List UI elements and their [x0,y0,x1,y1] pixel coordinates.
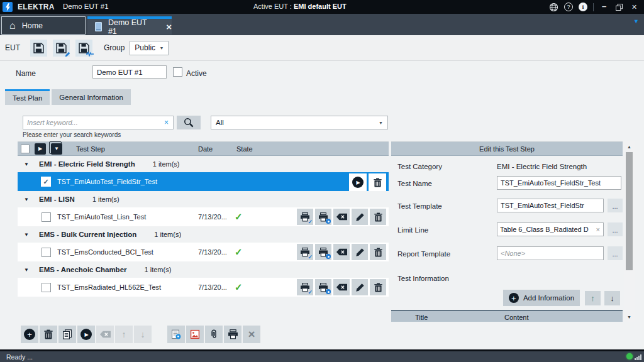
column-header-state[interactable]: State [236,145,253,153]
group-dropdown-value: Public [135,43,155,52]
test-template-browse-button[interactable]: ... [608,199,623,212]
row-checkbox[interactable] [42,212,51,222]
restore-button[interactable] [614,3,624,12]
test-step-row[interactable]: TST_EmsRadiated_HL562E_Test 7/13/20... ✓… [18,278,389,297]
tab-home[interactable]: ⌂ Home [1,16,86,35]
clear-results-button[interactable] [96,326,114,343]
attachment-button[interactable] [205,326,223,343]
name-label: Name [16,69,36,78]
language-globe-icon[interactable] [549,3,558,12]
column-header-date[interactable]: Date [198,145,213,153]
group-count: 1 item(s) [145,266,172,273]
search-button[interactable] [177,116,201,129]
save-with-results-button[interactable] [75,40,92,57]
filter-dropdown-value: All [216,119,224,126]
run-button[interactable]: ▶ [77,326,95,343]
save-button[interactable] [30,40,47,57]
group-name: EMS - Bulk Current Injection [39,231,136,238]
collapse-triangle-icon[interactable]: ▼ [24,267,30,273]
view-report-button[interactable] [315,209,331,225]
test-name-label: Test Name [397,180,432,187]
test-step-row-selected[interactable]: ✓ TST_EmiAutoTest_FieldStr_Test ▶ [18,172,389,191]
report-template-input[interactable] [497,246,604,260]
tab-overflow-caret-icon[interactable]: ▼ [633,18,639,25]
test-template-input[interactable] [497,199,604,212]
info-move-down-button[interactable]: ↓ [604,291,620,305]
delete-test-button[interactable] [369,173,386,191]
column-header-test-step[interactable]: Test Step [76,145,105,153]
row-checkbox-checked[interactable]: ✓ [41,177,51,187]
view-report-button[interactable] [315,244,331,260]
group-row[interactable]: ▼ EMS - Bulk Current Injection 1 item(s) [18,228,389,241]
export-pdf-button[interactable] [186,326,204,343]
print-report-button[interactable]: ✓ [297,244,313,260]
select-all-checkbox[interactable] [21,145,30,153]
edit-test-button[interactable] [352,209,368,225]
vertical-scrollbar[interactable]: ▲ ▼ [624,141,635,322]
search-input[interactable] [23,119,160,126]
scrollbar-thumb[interactable] [626,152,633,270]
group-row[interactable]: ▼ EMS - Anechoic Chamber 1 item(s) [18,263,389,277]
scroll-up-icon[interactable]: ▲ [624,142,635,151]
test-step-row[interactable]: TST_EmsConducted_BCI_Test 7/13/20... ✓ ✓ [18,243,389,261]
clear-results-button[interactable] [333,244,350,260]
test-step-row[interactable]: TST_EmiAutoTest_Lisn_Test 7/13/20... ✓ ✓ [18,207,389,226]
delete-test-button[interactable] [370,279,386,295]
limit-line-browse-button[interactable]: ... [608,222,623,236]
delete-button[interactable] [40,326,57,343]
active-eut-label: Active EUT : [253,3,292,10]
tab-test-plan[interactable]: Test Plan [5,89,50,105]
row-checkbox[interactable] [42,283,51,292]
limit-line-clear-icon[interactable]: × [593,226,603,233]
report-settings-button[interactable] [167,326,185,343]
test-name-input[interactable] [497,176,621,190]
collapse-all-icon[interactable]: ▼ [51,143,62,155]
group-row[interactable]: ▼ EMI - LISN 1 item(s) [18,192,389,206]
move-up-button[interactable]: ↑ [115,326,133,343]
row-checkbox[interactable] [42,248,51,257]
info-icon[interactable]: i [579,3,587,11]
save-as-button[interactable] [53,40,70,57]
print-button[interactable] [224,326,242,343]
add-information-button[interactable]: + Add Information [503,290,580,306]
collapse-triangle-icon[interactable]: ▼ [24,197,30,202]
collapse-triangle-icon[interactable]: ▼ [24,232,30,238]
group-dropdown[interactable]: Public ▼ [130,41,169,55]
tab-demo-eut[interactable]: Demo EUT #1 × [87,16,172,35]
collapse-triangle-icon[interactable]: ▼ [24,162,30,167]
limit-line-input[interactable] [497,226,593,233]
tab-close-icon[interactable]: × [166,21,172,32]
active-checkbox[interactable] [173,67,182,77]
move-down-button[interactable]: ↓ [134,326,152,343]
run-test-button[interactable]: ▶ [349,173,367,191]
clear-results-button[interactable] [333,209,350,225]
delete-test-button[interactable] [370,244,386,260]
scroll-down-icon[interactable]: ▼ [624,312,635,321]
active-eut-value: EMI default EUT [294,3,347,10]
signal-bars-icon [635,354,641,360]
add-test-button[interactable]: + [21,326,38,343]
tab-general-information[interactable]: General Information [52,89,131,105]
run-all-icon[interactable]: ▶ [35,143,46,155]
cancel-button[interactable]: × [243,326,260,343]
search-clear-icon[interactable]: × [160,118,173,127]
name-input[interactable] [92,65,167,79]
clear-results-button[interactable] [333,279,350,295]
duplicate-button[interactable] [58,326,76,343]
delete-test-button[interactable] [370,209,386,225]
filter-dropdown[interactable]: All ▼ [211,116,388,129]
minimize-button[interactable]: – [599,1,609,11]
report-template-browse-button[interactable]: ... [608,246,623,260]
window-close-button[interactable]: × [630,3,639,12]
help-icon[interactable]: ? [564,3,573,11]
view-report-button[interactable] [315,279,331,295]
print-report-button[interactable]: ✓ [297,209,313,225]
report-view-badge-icon [326,289,331,294]
test-information-label: Test Information [397,275,449,282]
edit-test-button[interactable] [352,244,368,260]
group-row[interactable]: ▼ EMI - Electric Field Strength 1 item(s… [18,157,389,171]
print-report-button[interactable]: ✓ [297,279,313,295]
info-move-up-button[interactable]: ↑ [585,291,601,305]
edit-panel-title: Edit this Test Step [391,142,623,156]
edit-test-button[interactable] [352,279,368,295]
